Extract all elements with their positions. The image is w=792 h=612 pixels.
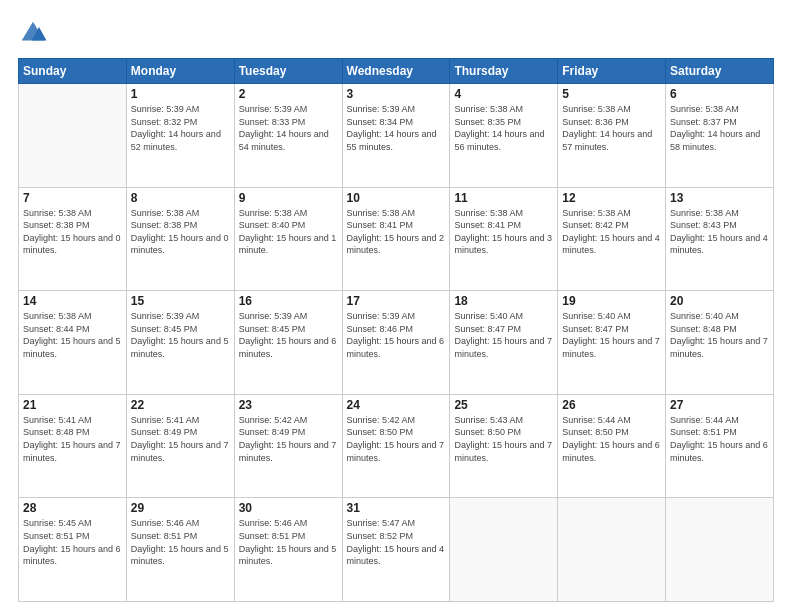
calendar-cell: 7Sunrise: 5:38 AMSunset: 8:38 PMDaylight…	[19, 187, 127, 291]
day-info: Sunrise: 5:39 AMSunset: 8:32 PMDaylight:…	[131, 103, 230, 153]
day-info: Sunrise: 5:40 AMSunset: 8:47 PMDaylight:…	[562, 310, 661, 360]
day-number: 20	[670, 294, 769, 308]
calendar-cell: 3Sunrise: 5:39 AMSunset: 8:34 PMDaylight…	[342, 84, 450, 188]
day-number: 31	[347, 501, 446, 515]
day-number: 27	[670, 398, 769, 412]
day-info: Sunrise: 5:38 AMSunset: 8:38 PMDaylight:…	[131, 207, 230, 257]
day-info: Sunrise: 5:46 AMSunset: 8:51 PMDaylight:…	[131, 517, 230, 567]
calendar-cell: 12Sunrise: 5:38 AMSunset: 8:42 PMDayligh…	[558, 187, 666, 291]
logo	[18, 18, 52, 48]
weekday-header-sunday: Sunday	[19, 59, 127, 84]
day-number: 3	[347, 87, 446, 101]
calendar-cell: 24Sunrise: 5:42 AMSunset: 8:50 PMDayligh…	[342, 394, 450, 498]
day-number: 22	[131, 398, 230, 412]
calendar-cell: 22Sunrise: 5:41 AMSunset: 8:49 PMDayligh…	[126, 394, 234, 498]
day-info: Sunrise: 5:44 AMSunset: 8:50 PMDaylight:…	[562, 414, 661, 464]
day-info: Sunrise: 5:41 AMSunset: 8:49 PMDaylight:…	[131, 414, 230, 464]
day-info: Sunrise: 5:47 AMSunset: 8:52 PMDaylight:…	[347, 517, 446, 567]
day-number: 24	[347, 398, 446, 412]
weekday-header-monday: Monday	[126, 59, 234, 84]
calendar-cell: 21Sunrise: 5:41 AMSunset: 8:48 PMDayligh…	[19, 394, 127, 498]
calendar-cell: 10Sunrise: 5:38 AMSunset: 8:41 PMDayligh…	[342, 187, 450, 291]
calendar-cell: 13Sunrise: 5:38 AMSunset: 8:43 PMDayligh…	[666, 187, 774, 291]
calendar-cell: 1Sunrise: 5:39 AMSunset: 8:32 PMDaylight…	[126, 84, 234, 188]
day-info: Sunrise: 5:39 AMSunset: 8:33 PMDaylight:…	[239, 103, 338, 153]
day-number: 21	[23, 398, 122, 412]
calendar-cell: 2Sunrise: 5:39 AMSunset: 8:33 PMDaylight…	[234, 84, 342, 188]
calendar-cell: 29Sunrise: 5:46 AMSunset: 8:51 PMDayligh…	[126, 498, 234, 602]
calendar-cell: 16Sunrise: 5:39 AMSunset: 8:45 PMDayligh…	[234, 291, 342, 395]
calendar-cell	[19, 84, 127, 188]
calendar-cell: 20Sunrise: 5:40 AMSunset: 8:48 PMDayligh…	[666, 291, 774, 395]
day-info: Sunrise: 5:38 AMSunset: 8:36 PMDaylight:…	[562, 103, 661, 153]
weekday-header-friday: Friday	[558, 59, 666, 84]
calendar-cell	[450, 498, 558, 602]
day-info: Sunrise: 5:38 AMSunset: 8:44 PMDaylight:…	[23, 310, 122, 360]
day-number: 1	[131, 87, 230, 101]
day-number: 9	[239, 191, 338, 205]
day-number: 8	[131, 191, 230, 205]
calendar-cell	[666, 498, 774, 602]
day-info: Sunrise: 5:38 AMSunset: 8:38 PMDaylight:…	[23, 207, 122, 257]
day-info: Sunrise: 5:39 AMSunset: 8:45 PMDaylight:…	[239, 310, 338, 360]
day-number: 13	[670, 191, 769, 205]
calendar-cell: 11Sunrise: 5:38 AMSunset: 8:41 PMDayligh…	[450, 187, 558, 291]
day-info: Sunrise: 5:38 AMSunset: 8:42 PMDaylight:…	[562, 207, 661, 257]
week-row-5: 28Sunrise: 5:45 AMSunset: 8:51 PMDayligh…	[19, 498, 774, 602]
day-info: Sunrise: 5:40 AMSunset: 8:48 PMDaylight:…	[670, 310, 769, 360]
day-info: Sunrise: 5:43 AMSunset: 8:50 PMDaylight:…	[454, 414, 553, 464]
day-number: 11	[454, 191, 553, 205]
day-info: Sunrise: 5:42 AMSunset: 8:49 PMDaylight:…	[239, 414, 338, 464]
week-row-4: 21Sunrise: 5:41 AMSunset: 8:48 PMDayligh…	[19, 394, 774, 498]
calendar-cell: 6Sunrise: 5:38 AMSunset: 8:37 PMDaylight…	[666, 84, 774, 188]
day-info: Sunrise: 5:41 AMSunset: 8:48 PMDaylight:…	[23, 414, 122, 464]
calendar-cell: 4Sunrise: 5:38 AMSunset: 8:35 PMDaylight…	[450, 84, 558, 188]
weekday-header-saturday: Saturday	[666, 59, 774, 84]
day-number: 7	[23, 191, 122, 205]
day-number: 26	[562, 398, 661, 412]
day-info: Sunrise: 5:39 AMSunset: 8:46 PMDaylight:…	[347, 310, 446, 360]
day-number: 15	[131, 294, 230, 308]
calendar-cell: 14Sunrise: 5:38 AMSunset: 8:44 PMDayligh…	[19, 291, 127, 395]
day-info: Sunrise: 5:39 AMSunset: 8:45 PMDaylight:…	[131, 310, 230, 360]
day-number: 4	[454, 87, 553, 101]
day-info: Sunrise: 5:38 AMSunset: 8:41 PMDaylight:…	[454, 207, 553, 257]
day-info: Sunrise: 5:38 AMSunset: 8:40 PMDaylight:…	[239, 207, 338, 257]
calendar-table: SundayMondayTuesdayWednesdayThursdayFrid…	[18, 58, 774, 602]
day-number: 6	[670, 87, 769, 101]
day-number: 14	[23, 294, 122, 308]
day-info: Sunrise: 5:38 AMSunset: 8:37 PMDaylight:…	[670, 103, 769, 153]
day-info: Sunrise: 5:38 AMSunset: 8:43 PMDaylight:…	[670, 207, 769, 257]
calendar-cell: 28Sunrise: 5:45 AMSunset: 8:51 PMDayligh…	[19, 498, 127, 602]
calendar-cell: 18Sunrise: 5:40 AMSunset: 8:47 PMDayligh…	[450, 291, 558, 395]
calendar-cell: 5Sunrise: 5:38 AMSunset: 8:36 PMDaylight…	[558, 84, 666, 188]
calendar-cell: 9Sunrise: 5:38 AMSunset: 8:40 PMDaylight…	[234, 187, 342, 291]
week-row-2: 7Sunrise: 5:38 AMSunset: 8:38 PMDaylight…	[19, 187, 774, 291]
calendar-page: SundayMondayTuesdayWednesdayThursdayFrid…	[0, 0, 792, 612]
weekday-header-row: SundayMondayTuesdayWednesdayThursdayFrid…	[19, 59, 774, 84]
day-number: 16	[239, 294, 338, 308]
calendar-cell: 23Sunrise: 5:42 AMSunset: 8:49 PMDayligh…	[234, 394, 342, 498]
day-info: Sunrise: 5:45 AMSunset: 8:51 PMDaylight:…	[23, 517, 122, 567]
day-number: 30	[239, 501, 338, 515]
day-number: 10	[347, 191, 446, 205]
day-number: 23	[239, 398, 338, 412]
calendar-cell: 25Sunrise: 5:43 AMSunset: 8:50 PMDayligh…	[450, 394, 558, 498]
day-number: 19	[562, 294, 661, 308]
day-info: Sunrise: 5:44 AMSunset: 8:51 PMDaylight:…	[670, 414, 769, 464]
day-number: 28	[23, 501, 122, 515]
day-number: 29	[131, 501, 230, 515]
calendar-cell: 31Sunrise: 5:47 AMSunset: 8:52 PMDayligh…	[342, 498, 450, 602]
day-number: 12	[562, 191, 661, 205]
week-row-1: 1Sunrise: 5:39 AMSunset: 8:32 PMDaylight…	[19, 84, 774, 188]
calendar-cell: 8Sunrise: 5:38 AMSunset: 8:38 PMDaylight…	[126, 187, 234, 291]
week-row-3: 14Sunrise: 5:38 AMSunset: 8:44 PMDayligh…	[19, 291, 774, 395]
calendar-cell	[558, 498, 666, 602]
day-info: Sunrise: 5:38 AMSunset: 8:35 PMDaylight:…	[454, 103, 553, 153]
calendar-cell: 17Sunrise: 5:39 AMSunset: 8:46 PMDayligh…	[342, 291, 450, 395]
page-header	[18, 18, 774, 48]
day-number: 17	[347, 294, 446, 308]
logo-icon	[18, 18, 48, 48]
day-info: Sunrise: 5:46 AMSunset: 8:51 PMDaylight:…	[239, 517, 338, 567]
day-info: Sunrise: 5:42 AMSunset: 8:50 PMDaylight:…	[347, 414, 446, 464]
